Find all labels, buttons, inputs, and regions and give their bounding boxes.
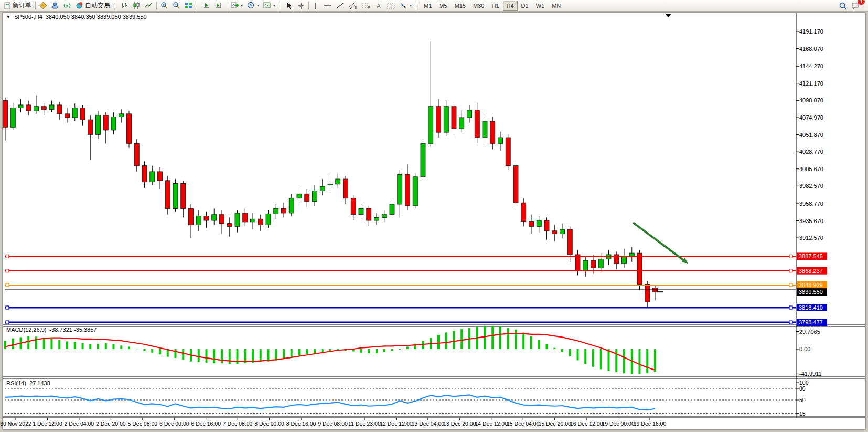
arrows-button[interactable]: ▾ [398, 1, 414, 11]
autotrading-label: 自动交易 [85, 1, 110, 10]
macd-histogram-bar [399, 349, 401, 350]
candlestick-button[interactable] [131, 1, 143, 11]
vertical-line-icon [313, 2, 319, 9]
zoom-out-icon [173, 2, 180, 9]
new-order-button[interactable]: 新订单 [2, 1, 34, 11]
chart-title-arrow-icon: ▼ [6, 15, 10, 19]
timeframe-W1[interactable]: W1 [532, 1, 549, 11]
macd-histogram-bar [646, 349, 648, 373]
templates-button[interactable]: ▾ [261, 1, 277, 11]
macd-histogram-bar [314, 349, 316, 353]
horizontal-line-button[interactable] [321, 1, 334, 11]
autotrading-button[interactable]: 自动交易 [73, 1, 112, 11]
cursor-button[interactable] [284, 1, 295, 11]
macd-histogram-bar [159, 349, 161, 354]
line-chart-button[interactable] [143, 1, 155, 11]
macd-histogram-bar [445, 332, 447, 349]
svg-text:8 Dec 16:00: 8 Dec 16:00 [286, 420, 316, 427]
candle-body [351, 198, 356, 215]
periods-button[interactable]: ▾ [245, 1, 261, 11]
zoom-in-button[interactable] [158, 1, 170, 11]
equidistant-channel-button[interactable]: E [346, 1, 360, 11]
candle-body [459, 118, 464, 129]
macd-histogram-bar [391, 349, 393, 351]
dropdown-caret: ▾ [257, 3, 259, 8]
macd-histogram-bar [499, 326, 501, 349]
candle-body [111, 117, 116, 130]
svg-text:3982.570: 3982.570 [799, 183, 823, 189]
trendline-icon [336, 2, 344, 9]
notifications-button[interactable]: 1 [849, 1, 862, 11]
candle-body [645, 284, 650, 302]
candle-body [359, 208, 363, 214]
tile-windows-button[interactable] [183, 1, 195, 11]
candle-body [57, 105, 62, 114]
candle-body [629, 253, 634, 256]
candle-body [49, 105, 54, 109]
timeframe-M15[interactable]: M15 [451, 1, 469, 11]
timeframe-M5[interactable]: M5 [435, 1, 451, 11]
svg-text:3912.570: 3912.570 [799, 235, 823, 241]
text-icon: A [376, 2, 383, 9]
bar-chart-button[interactable] [119, 1, 131, 11]
zoom-out-button[interactable] [170, 1, 183, 11]
macd-histogram-bar [4, 341, 6, 349]
candle-body [266, 214, 271, 225]
trendline-button[interactable] [334, 1, 346, 11]
timeframe-M1[interactable]: M1 [420, 1, 435, 11]
timeframe-M30[interactable]: M30 [469, 1, 488, 11]
fibonacci-button[interactable]: F [360, 1, 373, 11]
candle-body [428, 107, 433, 144]
timeframe-H1[interactable]: H1 [488, 1, 502, 11]
search-button[interactable] [837, 1, 849, 11]
candle-body [444, 107, 448, 132]
chart-ohlc-values: 3840.050 3840.350 3839.050 3839.550 [46, 14, 147, 20]
line-handle [789, 269, 792, 272]
candle-body [127, 114, 132, 143]
macd-histogram-bar [97, 344, 99, 349]
candlestick-icon [133, 2, 141, 9]
text-label-button[interactable]: T [385, 1, 398, 11]
candle-body [80, 108, 85, 120]
indicators-button[interactable]: ▾ [229, 1, 245, 11]
svg-text:F: F [368, 6, 370, 9]
candle-body [220, 215, 224, 224]
profile-button[interactable] [49, 1, 61, 11]
macd-histogram-bar [561, 349, 563, 352]
candle-body [336, 179, 340, 184]
auto-scroll-button[interactable] [201, 1, 213, 11]
svg-text:4191.170: 4191.170 [799, 28, 823, 35]
svg-text:11 Dec 23:00: 11 Dec 23:00 [348, 420, 381, 427]
svg-text:16 Dec 12:00: 16 Dec 12:00 [570, 420, 603, 427]
text-button[interactable]: A [373, 1, 385, 11]
svg-text:2 Dec 20:00: 2 Dec 20:00 [96, 420, 126, 427]
candle-body [212, 215, 217, 220]
svg-text:4098.070: 4098.070 [799, 97, 823, 103]
svg-text:50: 50 [799, 397, 806, 403]
candle-body [544, 220, 549, 231]
chart-canvas[interactable]: 4191.1704168.0704144.2704121.1704098.070… [0, 0, 868, 432]
market-watch-button[interactable] [37, 1, 49, 11]
candle-body [65, 114, 70, 118]
rsi-current-value: 27.1438 [29, 380, 50, 386]
macd-histogram-bar [546, 344, 548, 349]
chart-shift-button[interactable] [213, 1, 225, 11]
macd-histogram-bar [515, 330, 517, 349]
rsi-name: RSI(14) [6, 380, 26, 386]
crosshair-button[interactable] [295, 1, 307, 11]
vertical-line-button[interactable] [310, 1, 321, 11]
timeframe-group: M1M5M15M30H1H4D1W1MN [420, 1, 564, 11]
toolbar-separator [156, 2, 157, 9]
macd-histogram-bar [322, 349, 324, 352]
svg-text:-41.9911: -41.9911 [799, 371, 822, 377]
line-handle [6, 255, 9, 258]
svg-text:8 Dec 00:00: 8 Dec 00:00 [254, 420, 284, 427]
macd-histogram-bar [198, 349, 200, 362]
signals-button[interactable] [61, 1, 73, 11]
candle-body [390, 204, 394, 215]
macd-histogram-bar [383, 349, 385, 352]
svg-text:13 Dec 04:00: 13 Dec 04:00 [412, 420, 445, 427]
timeframe-MN[interactable]: MN [548, 1, 564, 11]
timeframe-D1[interactable]: D1 [518, 1, 532, 11]
timeframe-H4[interactable]: H4 [503, 1, 518, 11]
